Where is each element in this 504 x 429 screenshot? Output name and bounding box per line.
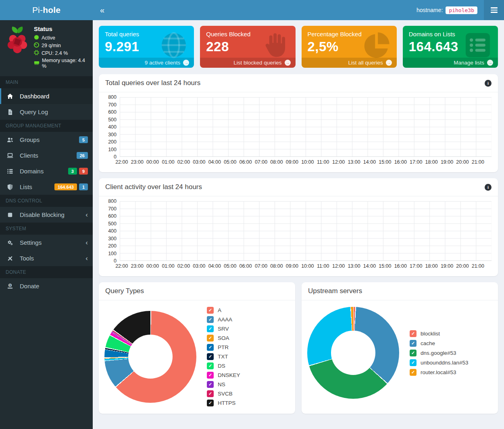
card-footer-link[interactable]: List all queries→ — [302, 58, 397, 68]
legend-item-blocklist[interactable]: ✓blocklist — [410, 330, 469, 337]
x-tick-label: 09:00 — [286, 263, 298, 269]
y-tick-label: 600 — [108, 213, 117, 219]
sidebar-item-label: Groups — [20, 136, 40, 143]
x-tick-label: 00:00 — [146, 263, 159, 269]
x-tick-label: 17:00 — [410, 263, 422, 269]
legend-item-srv[interactable]: ✓SRV — [207, 325, 240, 332]
y-tick-label: 800 — [108, 94, 117, 100]
x-axis: 22:0023:0000:0001:0002:0003:0004:0005:00… — [120, 262, 492, 272]
upstream-servers-panel: Upstream servers ✓blocklist✓cache✓dns.go… — [302, 282, 498, 414]
legend-item-cache[interactable]: ✓cache — [410, 340, 469, 347]
sidebar-item-donate[interactable]: $Donate — [0, 278, 93, 294]
card-footer-link[interactable]: List blocked queries→ — [200, 58, 295, 68]
x-tick-label: 12:00 — [332, 263, 345, 269]
main-content: Total queries9.2919 active clients→Queri… — [93, 20, 504, 418]
status-item: CPU: 2.4 % — [34, 50, 89, 56]
x-tick-label: 09:00 — [286, 159, 298, 165]
total-queries-panel: Total queries over last 24 hours i 80070… — [99, 74, 498, 172]
x-axis: 22:0023:0000:0001:0002:0003:0004:0005:00… — [120, 158, 492, 168]
info-icon[interactable]: i — [485, 184, 492, 191]
y-tick-label: 0 — [114, 154, 117, 160]
card-footer-link[interactable]: Manage lists→ — [403, 58, 498, 68]
legend-item-svcb[interactable]: ✓SVCB — [207, 390, 240, 397]
sidebar-item-disable-blocking[interactable]: Disable Blocking‹ — [0, 207, 93, 223]
x-tick-label: 05:00 — [224, 263, 236, 269]
y-tick-label: 600 — [108, 109, 117, 115]
checkbox-checked-icon[interactable]: ✓ — [410, 340, 417, 347]
doughnut-chart[interactable] — [104, 311, 196, 403]
legend-label: HTTPS — [218, 400, 235, 406]
x-tick-label: 22:00 — [115, 159, 128, 165]
arrow-circle-right-icon: → — [285, 60, 291, 66]
brand-light: Pi- — [32, 5, 43, 15]
legend-item-router-local-53[interactable]: ✓router.local#53 — [410, 369, 469, 376]
checkbox-checked-icon[interactable]: ✓ — [207, 325, 214, 332]
chevron-left-icon: ‹ — [85, 255, 88, 262]
checkbox-checked-icon[interactable]: ✓ — [207, 316, 214, 323]
query-log-icon — [7, 109, 15, 115]
legend-item-txt[interactable]: ✓TXT — [207, 353, 240, 360]
checkbox-checked-icon[interactable]: ✓ — [207, 344, 214, 351]
sidebar-item-domains[interactable]: Domains39 — [0, 163, 93, 179]
legend-item-aaaa[interactable]: ✓AAAA — [207, 316, 240, 323]
checkbox-checked-icon[interactable]: ✓ — [207, 390, 214, 397]
checkbox-checked-icon[interactable]: ✓ — [207, 307, 214, 314]
legend-item-ptr[interactable]: ✓PTR — [207, 344, 240, 351]
legend-item-soa[interactable]: ✓SOA — [207, 335, 240, 342]
legend-item-ds[interactable]: ✓DS — [207, 362, 240, 369]
checkbox-checked-icon[interactable]: ✓ — [207, 353, 214, 360]
checkbox-checked-icon[interactable]: ✓ — [207, 362, 214, 369]
legend-item-dns-google-53[interactable]: ✓dns.google#53 — [410, 350, 469, 356]
checkbox-checked-icon[interactable]: ✓ — [410, 350, 417, 356]
sidebar-item-query-log[interactable]: Query Log — [0, 104, 93, 120]
checkbox-checked-icon[interactable]: ✓ — [410, 330, 417, 337]
x-tick-label: 19:00 — [441, 159, 453, 165]
legend-item-dnskey[interactable]: ✓DNSKEY — [207, 372, 240, 379]
count-badge: 1 — [79, 183, 88, 190]
sidebar-item-label: Dashboard — [20, 93, 49, 100]
y-tick-label: 300 — [108, 132, 117, 137]
status-item: 29 q/min — [34, 42, 89, 49]
legend-label: AAAA — [218, 317, 232, 323]
info-icon[interactable]: i — [485, 80, 492, 87]
legend-item-unbounddns-lan-53[interactable]: ✓unbounddns.lan#53 — [410, 359, 469, 366]
checkbox-checked-icon[interactable]: ✓ — [410, 369, 417, 376]
checkbox-checked-icon[interactable]: ✓ — [207, 335, 214, 342]
sidebar-collapse-icon[interactable]: « — [93, 6, 112, 15]
plot-area — [120, 201, 492, 261]
card-footer-link[interactable]: 9 active clients→ — [99, 58, 194, 68]
disable-blocking-icon — [7, 212, 15, 218]
checkbox-checked-icon[interactable]: ✓ — [207, 372, 214, 379]
checkbox-checked-icon[interactable]: ✓ — [410, 359, 417, 366]
client-activity-panel: Client activity over last 24 hours i 800… — [99, 178, 498, 276]
legend-label: cache — [421, 340, 435, 346]
hamburger-menu-icon[interactable] — [484, 0, 504, 20]
card-footer-label: List all queries — [348, 60, 383, 66]
sidebar: Status Active29 q/minCPU: 2.4 %Memory us… — [0, 20, 93, 429]
checkbox-checked-icon[interactable]: ✓ — [207, 400, 214, 406]
cpu-icon — [34, 50, 39, 56]
app-brand[interactable]: Pi-hole — [0, 0, 93, 20]
sidebar-item-dashboard[interactable]: Dashboard — [0, 88, 93, 104]
badge-group: 5 — [79, 136, 88, 143]
plot-area — [120, 97, 492, 157]
status-item: Active — [34, 35, 89, 41]
sidebar-item-groups[interactable]: Groups5 — [0, 132, 93, 148]
sidebar-item-lists[interactable]: Lists164.6431 — [0, 179, 93, 195]
sidebar-item-clients[interactable]: Clients26 — [0, 148, 93, 163]
arrow-circle-right-icon: → — [487, 60, 493, 66]
groups-icon — [7, 137, 15, 143]
sidebar-item-tools[interactable]: Tools‹ — [0, 250, 93, 266]
legend-item-a[interactable]: ✓A — [207, 307, 240, 314]
legend-item-https[interactable]: ✓HTTPS — [207, 400, 240, 406]
legend-item-ns[interactable]: ✓NS — [207, 381, 240, 388]
sidebar-item-settings[interactable]: Settings‹ — [0, 235, 93, 250]
doughnut-chart[interactable] — [307, 307, 399, 399]
sidebar-item-label: Domains — [20, 168, 44, 175]
card-domains-on-lists: Domains on Lists164.643Manage lists→ — [403, 26, 498, 68]
x-tick-label: 05:00 — [224, 159, 236, 165]
checkbox-checked-icon[interactable]: ✓ — [207, 381, 214, 388]
card-value: 228 — [206, 39, 289, 54]
x-tick-label: 07:00 — [255, 159, 267, 165]
x-tick-label: 16:00 — [394, 263, 407, 269]
